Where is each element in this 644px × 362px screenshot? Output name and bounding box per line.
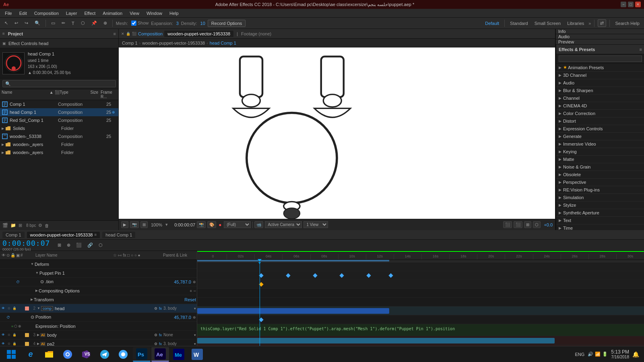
pa2-solo-icon[interactable]: ⊙ <box>6 341 11 346</box>
me-button[interactable]: Me <box>170 347 188 362</box>
viewer-camera-select[interactable]: Active Camera <box>265 221 302 228</box>
transform-reset-btn[interactable]: Reset <box>184 297 196 302</box>
viewer-views-select[interactable]: 1 View 2 Views 4 Views <box>303 221 328 228</box>
close-button[interactable]: ✕ <box>635 2 641 7</box>
timeline-tab-wooden-close[interactable]: ≡ <box>94 232 97 237</box>
viewer-cam-icon[interactable]: 📹 <box>254 221 263 228</box>
toolbar-puppet2[interactable]: ⊕ <box>101 20 109 27</box>
search-help-button[interactable]: Search Help <box>613 20 642 27</box>
breadcrumb-head[interactable]: head Comp 1 <box>210 41 236 45</box>
effect-cat-perspective[interactable]: ▶ Perspective <box>556 179 644 186</box>
layer-compositing-options[interactable]: ▶ Compositing Options + − <box>0 286 197 295</box>
viewer-color-btn[interactable]: 🎨 <box>207 221 216 228</box>
layer-transform-group[interactable]: ▶ Transform Reset <box>0 295 197 304</box>
vs-button[interactable]: VS <box>77 347 95 362</box>
menu-window[interactable]: Window <box>143 10 165 16</box>
telegram-button[interactable] <box>96 347 114 362</box>
toolbar-pen[interactable]: ✏ <box>60 20 67 27</box>
viewer-x-icon[interactable]: ✕ <box>121 32 124 36</box>
layer-deform-group[interactable]: ▼ Deform <box>0 260 197 269</box>
toolbar-redo[interactable]: ↪ <box>23 20 30 27</box>
pa2-eye-icon[interactable]: 👁 <box>1 341 6 346</box>
pa2-fx-label[interactable]: fx <box>159 342 162 346</box>
effect-cat-expression-controls[interactable]: ▶ Expression Controls <box>556 125 644 133</box>
pos-stopwatch-icon[interactable]: ⏱ <box>16 280 20 284</box>
head-pos-expr-icon[interactable]: ⊕ <box>193 315 196 319</box>
toolbar-brush[interactable]: ⬡ <box>79 20 87 27</box>
menu-file[interactable]: File <box>2 10 15 16</box>
head-pos-stopwatch[interactable]: ⏱ <box>6 315 10 319</box>
pos-value[interactable]: 45,787.0 <box>174 280 191 284</box>
puppet-pin-expand[interactable]: ▼ <box>35 271 39 275</box>
keyframe-4[interactable] <box>340 273 344 278</box>
head-parent-dropdown[interactable]: ▾ <box>194 306 196 311</box>
viewer-render-btn[interactable]: ⬛ <box>503 221 512 228</box>
effect-cat-immersive-video[interactable]: ▶ Immersive Video <box>556 140 644 148</box>
effect-cat-3d-channel[interactable]: ▶ 3D Channel <box>556 72 644 79</box>
deform-expand[interactable]: ▼ <box>31 262 34 266</box>
delete-button[interactable]: 🗑 <box>45 223 49 228</box>
workspace-small-screen[interactable]: Small Screen <box>533 20 563 27</box>
project-panel-menu-icon[interactable]: ≡ <box>114 31 116 36</box>
toolbar-rect[interactable]: ▭ <box>49 20 57 27</box>
menu-effect[interactable]: Effect <box>81 10 99 16</box>
effect-cat-synthetic-aperture[interactable]: ▶ Synthetic Aperture <box>556 209 644 217</box>
pa2-parent-dropdown[interactable]: ▾ <box>194 342 196 346</box>
new-folder-button[interactable]: 📁 <box>10 223 16 228</box>
keyframe-3[interactable] <box>313 273 317 278</box>
ie-button[interactable]: e <box>22 347 39 362</box>
compositing-expand[interactable]: ▶ <box>35 289 38 292</box>
keyframe-5[interactable] <box>366 273 371 278</box>
toolbar-text[interactable]: T <box>70 20 76 27</box>
playhead[interactable] <box>260 260 260 262</box>
pa2-lock-icon[interactable]: 🔒 <box>12 341 17 346</box>
tl-ctrl-btn2[interactable]: ⊕ <box>65 242 72 249</box>
minimize-button[interactable]: − <box>621 2 626 7</box>
network-icon[interactable]: 📶 <box>595 352 601 357</box>
viewer-zoom-down[interactable]: ▾ <box>165 222 168 227</box>
app6-button[interactable] <box>114 347 132 362</box>
battery-icon[interactable]: 🔋 <box>602 352 608 357</box>
layer-head-2[interactable]: 👁 ⊙ 🔒 2 ▼ comp head ⚙ <box>0 304 197 313</box>
toolbar-select-tool[interactable]: ↖ <box>2 20 10 27</box>
body-fx-label[interactable]: fx <box>159 333 162 337</box>
effect-cat-stylize[interactable]: ▶ Stylize <box>556 202 644 209</box>
effect-cat-channel[interactable]: ▶ Channel <box>556 95 644 102</box>
body-solo-icon[interactable]: ⊙ <box>6 333 11 337</box>
menu-view[interactable]: View <box>126 10 142 16</box>
effect-cat-text[interactable]: ▶ Text <box>556 217 644 224</box>
expr-link-icon[interactable]: ⊕ <box>18 324 21 328</box>
effect-cat-audio[interactable]: ▶ Audio <box>556 79 644 87</box>
body-parent-dropdown[interactable]: ▾ <box>194 333 196 337</box>
viewer-export-btn[interactable]: ⬛ <box>514 221 522 228</box>
pa2-expand[interactable]: ▶ <box>37 342 39 346</box>
toolbar-undo[interactable]: ↩ <box>12 20 20 27</box>
mesh-show-checkbox[interactable] <box>131 21 136 26</box>
compositing-add-btn[interactable]: + − <box>190 288 196 293</box>
effect-cat-revision-plugins[interactable]: ▶ RE:Vision Plug-ins <box>556 186 644 194</box>
timeline-tab-comp1[interactable]: Comp 1 <box>2 232 25 238</box>
effect-cat-generate[interactable]: ▶ Generate <box>556 133 644 140</box>
toolbar-search[interactable]: 🔍 <box>33 20 42 27</box>
layer-expression-position[interactable]: = ⬡ ⊕ Expression: Position <box>0 322 197 331</box>
viewer-3d-btn[interactable]: ⬡ <box>533 221 541 228</box>
head-fx-label[interactable]: fx <box>159 306 162 311</box>
effect-cat-matte[interactable]: ▶ Matte <box>556 156 644 163</box>
info-panel-header[interactable]: Info <box>556 29 644 34</box>
workspace-libraries[interactable]: Libraries <box>565 20 586 27</box>
viewer-capture-btn[interactable]: 📷 <box>130 221 139 228</box>
ae-button[interactable]: Ae <box>151 347 169 362</box>
start-button[interactable] <box>2 347 21 362</box>
expr-graph-icon[interactable]: ⬡ <box>14 324 17 328</box>
effects-panel-menu[interactable]: ≡ <box>640 47 642 52</box>
maximize-button[interactable]: □ <box>628 2 634 7</box>
speaker-icon[interactable]: 🔊 <box>588 352 593 357</box>
menu-edit[interactable]: Edit <box>16 10 30 16</box>
viewer-frame-icon[interactable]: ⬛ <box>132 32 136 36</box>
project-item-head-comp1[interactable]: head Comp 1 Composition 25 ⊕ <box>0 108 118 116</box>
effect-cat-simulation[interactable]: ▶ Simulation <box>556 194 644 202</box>
effect-cat-animation-presets[interactable]: ▶ ★ Animation Presets <box>556 64 644 72</box>
effect-cat-obsolete[interactable]: ▶ Obsolete <box>556 171 644 179</box>
effect-cat-noise-grain[interactable]: ▶ Noise & Grain <box>556 163 644 171</box>
viewer-quality-select[interactable]: (Full) (Half) (Quarter) <box>224 221 251 228</box>
